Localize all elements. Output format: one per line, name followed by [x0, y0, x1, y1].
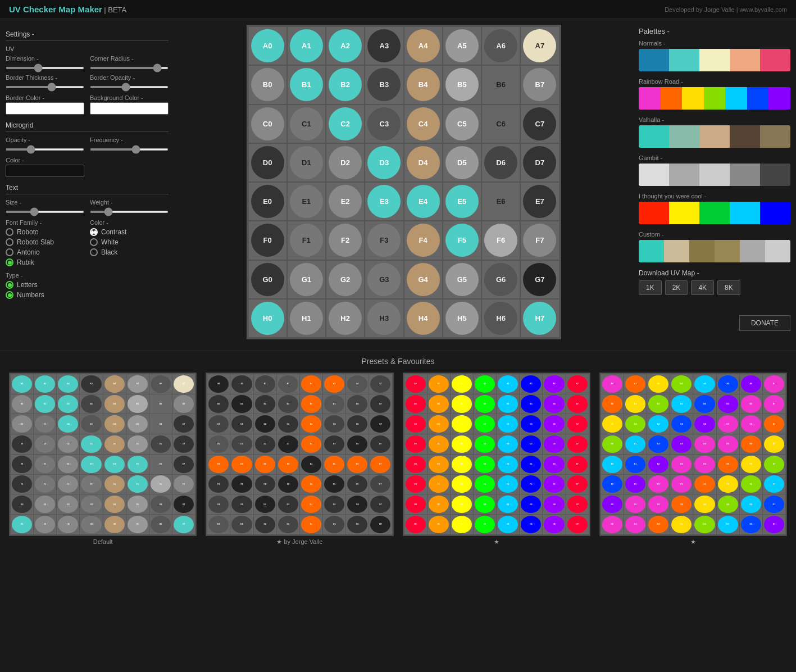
- microgrid-color-swatch[interactable]: [6, 165, 84, 177]
- uv-circle-G7: G7: [523, 263, 556, 296]
- uv-cell-G5: G5: [443, 261, 481, 298]
- uv-circle-D3: D3: [367, 146, 401, 179]
- font-roboto-slab[interactable]: Roboto Slab: [6, 238, 84, 246]
- uv-circle-B3: B3: [367, 68, 401, 101]
- app-header: UV Checker Map Maker | BETA Developed by…: [0, 0, 796, 19]
- preset-black-orange[interactable]: A0A1A2A3A4A5A6A7B0B1B2B3B4B5B6B7C0C1C2C3…: [206, 373, 393, 546]
- uv-cell-C0: C0: [249, 105, 286, 143]
- rainbow-road-bar[interactable]: [639, 87, 790, 110]
- preset-rainbow-road[interactable]: A0A1A2A3A4A5A6A7B0B1B2B3B4B5B6B7C0C1C2C3…: [599, 373, 787, 546]
- gam-swatch-1: [639, 164, 669, 186]
- cool-swatch-3: [699, 202, 730, 224]
- uv-circle-H6: H6: [484, 302, 517, 335]
- uv-cell-H7: H7: [521, 299, 558, 337]
- cool-bar[interactable]: [639, 202, 790, 224]
- uv-circle-H0: H0: [251, 302, 284, 335]
- uv-circle-E6: E6: [484, 185, 517, 218]
- background-color-swatch[interactable]: [90, 102, 169, 115]
- uv-circle-F5: F5: [445, 224, 479, 257]
- weight-field: Weight -: [90, 199, 169, 215]
- uv-cell-G1: G1: [288, 261, 325, 298]
- uv-circle-D4: D4: [407, 146, 440, 179]
- uv-circle-A5: A5: [445, 29, 479, 62]
- radio-black: [90, 248, 98, 256]
- uv-circle-D7: D7: [523, 146, 556, 179]
- uv-circle-E0: E0: [251, 185, 284, 218]
- uv-circle-B0: B0: [251, 68, 284, 101]
- size-field: Size -: [6, 199, 84, 215]
- download-section: Download UV Map - 1K 2K 4K 8K: [639, 269, 790, 295]
- border-opacity-slider[interactable]: [90, 86, 169, 88]
- uv-circle-H7: H7: [523, 302, 556, 335]
- uv-grid-container: A0A1A2A3A4A5A6A7B0B1B2B3B4B5B6B7C0C1C2C3…: [247, 25, 561, 339]
- border-color-swatch[interactable]: [6, 102, 84, 115]
- font-family-field: Font Family - Roboto Roboto Slab Antonio: [6, 219, 84, 266]
- font-roboto[interactable]: Roboto: [6, 228, 84, 236]
- preset-default-thumbnail: A0A1A2A3A4A5A6A7B0B1B2B3B4B5B6B7C0C1C2C3…: [9, 373, 197, 536]
- uv-circle-A6: A6: [484, 29, 517, 62]
- border-thickness-slider[interactable]: [6, 86, 84, 88]
- uv-cell-G4: G4: [404, 261, 442, 298]
- cool-swatch-2: [669, 202, 699, 224]
- custom-bar[interactable]: [639, 240, 790, 262]
- color-contrast[interactable]: Contrast: [90, 228, 169, 236]
- cust-swatch-1: [639, 240, 664, 262]
- uv-cell-B3: B3: [365, 66, 403, 103]
- download-2k[interactable]: 2K: [665, 280, 688, 295]
- cool-swatch-5: [760, 202, 790, 224]
- donate-button[interactable]: DONATE: [739, 315, 790, 331]
- color-white[interactable]: White: [90, 238, 169, 246]
- main-layout: Settings - UV Dimension - Corner Radius …: [0, 19, 796, 345]
- rr-swatch-1: [639, 87, 661, 110]
- uv-circle-H1: H1: [290, 302, 323, 335]
- download-8k[interactable]: 8K: [717, 280, 740, 295]
- gam-swatch-3: [699, 164, 730, 186]
- uv-cell-E5: E5: [443, 183, 481, 220]
- uv-cell-C1: C1: [288, 105, 325, 143]
- uv-grid: A0A1A2A3A4A5A6A7B0B1B2B3B4B5B6B7C0C1C2C3…: [249, 27, 559, 337]
- presets-title: Presets & Favourites: [9, 357, 787, 366]
- opacity-slider[interactable]: [6, 148, 84, 151]
- valhalla-bar[interactable]: [639, 125, 790, 148]
- corner-radius-slider[interactable]: [90, 67, 169, 69]
- val-swatch-3: [699, 125, 730, 148]
- weight-slider[interactable]: [90, 211, 169, 213]
- text-controls: Size - Weight -: [6, 199, 169, 215]
- uv-cell-H2: H2: [326, 299, 364, 337]
- border-color-field: Border Color -: [6, 94, 84, 115]
- uv-cell-A3: A3: [365, 27, 403, 65]
- uv-circle-C0: C0: [251, 107, 284, 140]
- type-letters[interactable]: Letters: [6, 281, 169, 289]
- gambit-bar[interactable]: [639, 164, 790, 186]
- frequency-slider[interactable]: [90, 148, 169, 151]
- color-fields: Border Color - Background Color -: [6, 94, 169, 115]
- uv-circle-B2: B2: [329, 68, 362, 101]
- size-slider[interactable]: [6, 211, 84, 213]
- uv-circle-H5: H5: [445, 302, 479, 335]
- uv-cell-C7: C7: [521, 105, 558, 143]
- radio-contrast: [90, 228, 98, 236]
- preset-default[interactable]: A0A1A2A3A4A5A6A7B0B1B2B3B4B5B6B7C0C1C2C3…: [9, 373, 197, 546]
- type-numbers[interactable]: Numbers: [6, 291, 169, 299]
- center-area: A0A1A2A3A4A5A6A7B0B1B2B3B4B5B6B7C0C1C2C3…: [174, 25, 633, 339]
- uv-cell-F2: F2: [326, 221, 364, 259]
- uv-circle-C2: C2: [329, 107, 362, 140]
- uv-cell-B4: B4: [404, 66, 442, 103]
- uv-circle-F2: F2: [329, 224, 362, 257]
- font-rubik[interactable]: Rubik: [6, 258, 84, 266]
- download-1k[interactable]: 1K: [639, 280, 662, 295]
- font-antonio[interactable]: Antonio: [6, 248, 84, 256]
- preset-black-orange-label: ★ by Jorge Valle: [206, 538, 393, 546]
- uv-cell-B7: B7: [521, 66, 558, 103]
- download-4k[interactable]: 4K: [691, 280, 714, 295]
- dimension-slider[interactable]: [6, 67, 84, 69]
- uv-cell-D1: D1: [288, 144, 325, 181]
- preset-rainbow[interactable]: A0A1A2A3A4A5A6A7B0B1B2B3B4B5B6B7C0C1C2C3…: [403, 373, 590, 546]
- uv-cell-G2: G2: [326, 261, 364, 298]
- app-title: UV Checker Map Maker | BETA: [9, 4, 126, 14]
- color-black[interactable]: Black: [90, 248, 169, 256]
- uv-cell-H4: H4: [404, 299, 442, 337]
- normals-bar[interactable]: [639, 49, 790, 71]
- text-color-field: Color - Contrast White Black: [90, 219, 169, 256]
- rr-swatch-3: [682, 87, 704, 110]
